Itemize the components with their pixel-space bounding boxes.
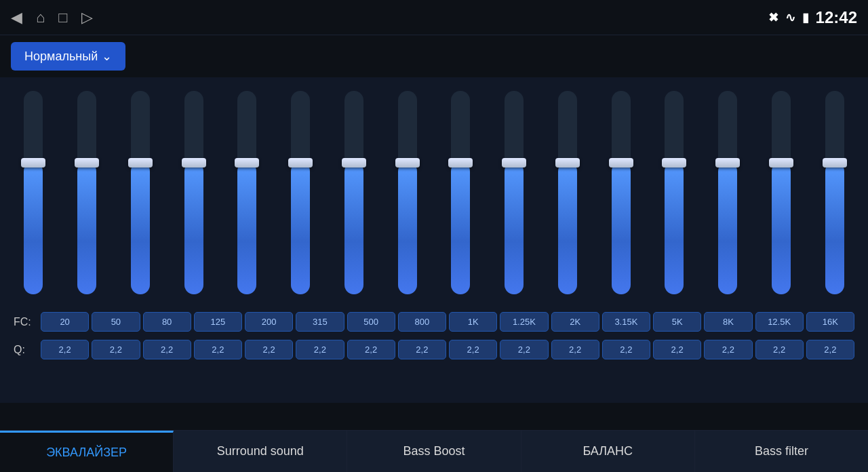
freq-button[interactable]: 20 <box>41 312 89 332</box>
q-button[interactable]: 2,2 <box>602 340 650 359</box>
slider-track <box>718 91 737 294</box>
freq-button[interactable]: 125 <box>194 312 242 332</box>
slider-handle[interactable] <box>555 158 580 168</box>
freq-button[interactable]: 8K <box>704 312 752 332</box>
slider-container[interactable] <box>13 91 54 308</box>
q-button[interactable]: 2,2 <box>755 340 804 359</box>
slider-track <box>291 91 310 294</box>
slider-handle[interactable] <box>128 158 153 168</box>
slider-container[interactable] <box>334 91 374 308</box>
tab-balance[interactable]: БАЛАНС <box>521 431 695 472</box>
slider-track <box>184 91 203 294</box>
slider-fill <box>718 162 737 294</box>
slider-container[interactable] <box>761 91 802 308</box>
freq-button[interactable]: 2K <box>551 312 599 332</box>
slider-fill <box>344 162 363 294</box>
eq-area: FC: 2050801252003155008001K1.25K2K3.15K5… <box>0 77 868 403</box>
slider-track <box>451 91 470 294</box>
freq-button[interactable]: 1K <box>449 312 497 332</box>
slider-handle[interactable] <box>235 158 259 168</box>
slider-fill <box>398 162 417 294</box>
slider-fill <box>825 162 844 294</box>
slider-container[interactable] <box>547 91 588 308</box>
q-button[interactable]: 2,2 <box>806 340 854 359</box>
freq-button[interactable]: 12.5K <box>755 312 804 332</box>
q-button[interactable]: 2,2 <box>449 340 497 359</box>
freq-button[interactable]: 50 <box>92 312 140 332</box>
freq-button[interactable]: 500 <box>347 312 395 332</box>
slider-handle[interactable] <box>395 158 420 168</box>
q-button[interactable]: 2,2 <box>347 340 395 359</box>
slider-container[interactable] <box>601 91 642 308</box>
tab-bassboost[interactable]: Bass Boost <box>347 431 521 472</box>
preset-button[interactable]: Нормальный ⌄ <box>11 42 125 71</box>
slider-container[interactable] <box>654 91 694 308</box>
tab-surround[interactable]: Surround sound <box>174 431 347 472</box>
fc-label: FC: <box>14 316 41 328</box>
q-button[interactable]: 2,2 <box>398 340 446 359</box>
bluetooth-icon: ✖ <box>768 10 778 25</box>
slider-handle[interactable] <box>715 158 740 168</box>
slider-handle[interactable] <box>342 158 366 168</box>
q-button[interactable]: 2,2 <box>551 340 599 359</box>
slider-handle[interactable] <box>662 158 686 168</box>
freq-button[interactable]: 80 <box>143 312 191 332</box>
q-button[interactable]: 2,2 <box>653 340 701 359</box>
slider-container[interactable] <box>280 91 321 308</box>
slider-fill <box>612 162 631 294</box>
slider-container[interactable] <box>387 91 428 308</box>
slider-handle[interactable] <box>769 158 793 168</box>
q-button[interactable]: 2,2 <box>500 340 548 359</box>
freq-button[interactable]: 5K <box>653 312 701 332</box>
slider-track <box>237 91 256 294</box>
battery-icon: ▮ <box>802 10 809 25</box>
slider-container[interactable] <box>174 91 214 308</box>
q-values: 2,22,22,22,22,22,22,22,22,22,22,22,22,22… <box>41 340 854 359</box>
slider-fill <box>558 162 577 294</box>
window-icon[interactable]: □ <box>58 9 67 26</box>
back-icon[interactable]: ◀ <box>11 9 22 26</box>
q-button[interactable]: 2,2 <box>92 340 140 359</box>
slider-handle[interactable] <box>182 158 206 168</box>
freq-button[interactable]: 200 <box>245 312 293 332</box>
slider-track <box>398 91 417 294</box>
q-button[interactable]: 2,2 <box>296 340 344 359</box>
slider-handle[interactable] <box>823 158 847 168</box>
slider-handle[interactable] <box>609 158 633 168</box>
nav-controls: ◀ ⌂ □ ▷ <box>11 9 93 26</box>
sliders-row <box>7 77 861 308</box>
q-button[interactable]: 2,2 <box>245 340 293 359</box>
q-row: Q: 2,22,22,22,22,22,22,22,22,22,22,22,22… <box>7 336 861 363</box>
slider-container[interactable] <box>814 91 855 308</box>
tab-bassfilter[interactable]: Bass filter <box>695 431 868 472</box>
slider-track <box>825 91 844 294</box>
slider-handle[interactable] <box>448 158 473 168</box>
slider-fill <box>131 162 150 294</box>
slider-container[interactable] <box>66 91 107 308</box>
slider-container[interactable] <box>120 91 161 308</box>
slider-handle[interactable] <box>502 158 526 168</box>
wifi-icon: ∿ <box>785 10 795 25</box>
q-button[interactable]: 2,2 <box>41 340 89 359</box>
freq-button[interactable]: 3.15K <box>602 312 650 332</box>
q-button[interactable]: 2,2 <box>704 340 752 359</box>
freq-button[interactable]: 800 <box>398 312 446 332</box>
play-icon[interactable]: ▷ <box>81 9 93 26</box>
slider-container[interactable] <box>440 91 481 308</box>
freq-button[interactable]: 315 <box>296 312 344 332</box>
freq-values: 2050801252003155008001K1.25K2K3.15K5K8K1… <box>41 312 854 332</box>
freq-button[interactable]: 16K <box>806 312 854 332</box>
home-icon[interactable]: ⌂ <box>36 9 45 26</box>
slider-handle[interactable] <box>288 158 313 168</box>
tab-equalizer[interactable]: ЭКВАЛАЙЗЕР <box>0 431 174 472</box>
time-display: 12:42 <box>816 8 857 27</box>
freq-button[interactable]: 1.25K <box>500 312 548 332</box>
q-button[interactable]: 2,2 <box>143 340 191 359</box>
slider-fill <box>772 162 791 294</box>
slider-handle[interactable] <box>75 158 99 168</box>
slider-container[interactable] <box>226 91 267 308</box>
slider-handle[interactable] <box>21 158 45 168</box>
slider-container[interactable] <box>494 91 534 308</box>
q-button[interactable]: 2,2 <box>194 340 242 359</box>
slider-container[interactable] <box>707 91 748 308</box>
